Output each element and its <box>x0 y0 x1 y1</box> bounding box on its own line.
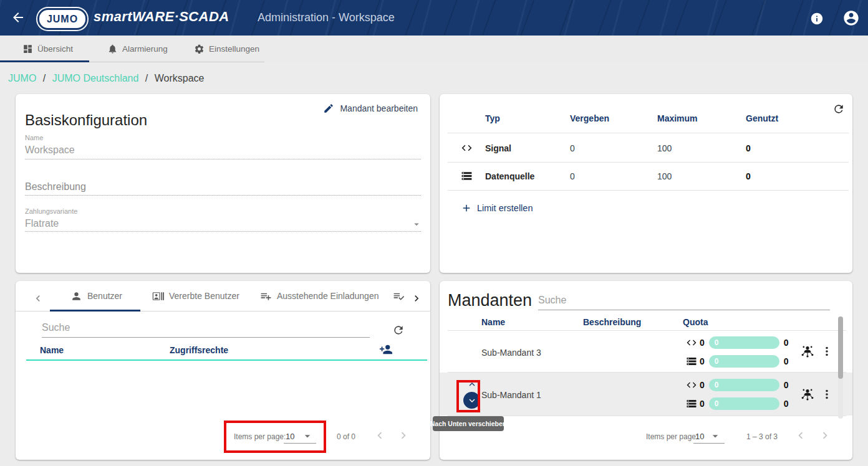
benutzer-col-name: Name <box>40 345 64 355</box>
tabstrip-scroll-right-icon[interactable] <box>410 292 423 305</box>
sub-mandant-hierarchy-icon[interactable] <box>800 387 815 402</box>
info-icon[interactable] <box>810 12 824 26</box>
tab-uebersicht-label: Übersicht <box>37 44 73 54</box>
table-divider <box>448 416 846 416</box>
page-size-value[interactable]: 10 <box>695 432 704 441</box>
playlist-check-icon[interactable] <box>393 290 405 302</box>
benutzer-card: Benutzer Vererbte Benutzer Ausstehende E… <box>16 281 430 460</box>
plus-icon <box>461 202 472 214</box>
product-title: smartWARE·SCADA <box>94 9 229 25</box>
move-down-icon <box>466 395 478 406</box>
main-tab-bar: Übersicht Alarmierung Einstellungen <box>0 36 868 62</box>
mandanten-col-beschreibung: Beschreibung <box>583 317 641 327</box>
more-options-icon[interactable] <box>820 345 834 358</box>
table-divider <box>448 133 849 133</box>
quota-datenquelle-bar-value: 0 <box>715 357 719 366</box>
scrollbar-thumb[interactable] <box>838 316 843 379</box>
storage-icon <box>461 170 473 182</box>
breadcrumb-separator: / <box>43 73 46 83</box>
person-add-icon[interactable] <box>379 343 393 356</box>
name-field-value: Workspace <box>25 145 75 156</box>
limits-row-typ: Signal <box>485 143 511 153</box>
quota-datenquelle-bar-value: 0 <box>715 399 719 408</box>
person-icon <box>70 290 82 302</box>
active-tab-indicator <box>0 60 89 62</box>
tab-vererbte-benutzer[interactable]: Vererbte Benutzer <box>152 290 239 302</box>
tab-benutzer-label: Benutzer <box>87 291 122 301</box>
playlist-add-icon <box>260 290 272 302</box>
storage-icon <box>686 356 697 367</box>
tab-einstellungen[interactable]: Einstellungen <box>194 36 259 62</box>
next-page-icon[interactable] <box>397 429 410 442</box>
more-options-icon[interactable] <box>820 388 834 401</box>
mandant-bearbeiten-button[interactable]: Mandant bearbeiten <box>323 103 418 114</box>
page-size-dropdown-icon[interactable] <box>301 430 314 442</box>
breadcrumb-jumo[interactable]: JUMO <box>8 73 36 83</box>
quota-datenquelle-bar: 0 <box>709 397 779 410</box>
jumo-logo-text: JUMO <box>47 14 78 25</box>
beschreibung-field-label: Beschreibung <box>25 181 86 193</box>
mandanten-search-input[interactable] <box>538 295 830 310</box>
previous-page-icon[interactable] <box>373 429 387 442</box>
quota-signal-bar: 0 <box>709 336 779 349</box>
previous-page-icon[interactable] <box>794 429 808 442</box>
mandanten-card: Mandanten Name Beschreibung Quota Sub-Ma… <box>440 281 852 460</box>
tab-vererbte-benutzer-label: Vererbte Benutzer <box>169 291 239 301</box>
tab-benutzer[interactable]: Benutzer <box>70 290 122 302</box>
zahlungsvariante-field-value: Flatrate <box>25 218 59 229</box>
limits-row-typ: Datenquelle <box>485 171 534 181</box>
limits-row-maximum: 100 <box>657 171 672 181</box>
page-size-value[interactable]: 10 <box>286 432 294 441</box>
refresh-icon[interactable] <box>392 324 405 336</box>
breadcrumb-jumo-deutschland[interactable]: JUMO Deutschland <box>52 73 139 83</box>
tab-ausstehende-einladungen[interactable]: Ausstehende Einladungen <box>260 290 379 302</box>
active-usertab-indicator <box>50 310 140 311</box>
quota-datenquelle-line: 0 0 0 <box>686 397 789 410</box>
limits-row-genutzt: 0 <box>746 143 751 153</box>
app-header: JUMO smartWARE·SCADA Administration - Wo… <box>0 0 868 36</box>
tab-alarmierung[interactable]: Alarmierung <box>107 36 168 62</box>
quota-signal-max: 0 <box>784 380 789 390</box>
mandant-bearbeiten-label: Mandant bearbeiten <box>340 103 418 113</box>
page-size-dropdown-icon[interactable] <box>709 430 721 442</box>
move-up-icon[interactable] <box>466 379 478 390</box>
table-divider <box>448 190 849 191</box>
mandanten-title: Mandanten <box>448 291 532 310</box>
quota-signal-bar-value: 0 <box>715 338 719 347</box>
code-icon <box>461 142 473 154</box>
account-icon[interactable] <box>842 9 860 27</box>
limits-row-genutzt: 0 <box>746 171 751 181</box>
limits-col-genutzt: Genutzt <box>746 113 778 123</box>
limits-col-maximum: Maximum <box>657 113 698 123</box>
tab-ausstehende-einladungen-label: Ausstehende Einladungen <box>277 291 379 301</box>
quota-signal-bar: 0 <box>709 379 779 391</box>
mandant-row-sub-mandant-1[interactable]: Sub-Mandant 1 0 0 0 0 0 0 <box>440 373 852 416</box>
back-arrow-icon[interactable] <box>11 10 26 25</box>
sub-mandant-hierarchy-icon[interactable] <box>800 344 815 359</box>
dashboard-icon <box>22 44 33 54</box>
tabstrip-scroll-left-icon[interactable] <box>32 292 44 305</box>
scrollbar-track[interactable] <box>838 316 843 419</box>
quota-datenquelle-max: 0 <box>784 356 789 366</box>
name-field-underline <box>25 159 421 159</box>
mandant-name: Sub-Mandant 1 <box>481 390 541 400</box>
next-page-icon[interactable] <box>818 429 832 442</box>
move-down-button[interactable] <box>463 392 480 409</box>
code-icon <box>686 337 697 348</box>
teal-header-divider <box>26 359 427 361</box>
quota-datenquelle-assigned: 0 <box>700 356 705 366</box>
benutzer-search-input[interactable] <box>42 322 370 338</box>
benutzer-col-zugriffsrechte: Zugriffsrechte <box>170 345 228 355</box>
limits-col-vergeben: Vergeben <box>570 113 609 123</box>
refresh-icon[interactable] <box>832 103 845 115</box>
mandant-name: Sub-Mandant 3 <box>481 348 541 358</box>
quota-signal-bar-value: 0 <box>715 381 719 389</box>
limit-erstellen-button[interactable]: Limit erstellen <box>461 202 533 214</box>
items-per-page-label: Items per page: <box>234 432 286 441</box>
bell-icon <box>107 44 118 54</box>
quota-signal-max: 0 <box>784 338 789 348</box>
tab-uebersicht[interactable]: Übersicht <box>22 36 73 62</box>
limits-row-vergeben: 0 <box>570 171 575 181</box>
zahlungsvariante-dropdown-icon[interactable] <box>411 219 422 230</box>
code-icon <box>686 379 697 391</box>
